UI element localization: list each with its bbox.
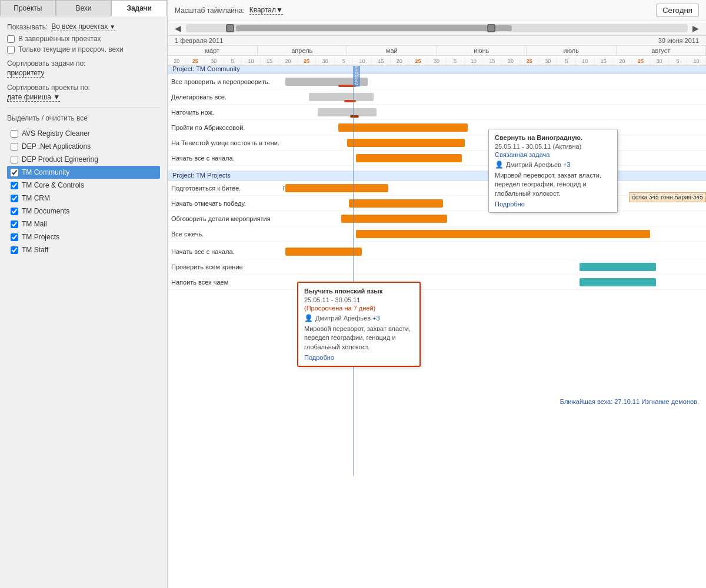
milestone-link[interactable]: Изгнание демонов. [641,398,699,405]
task-bar-p2[interactable] [349,199,443,208]
month-jul: июль [527,46,617,55]
scale-select[interactable]: Квартал ▼ [249,6,283,15]
project-item-0[interactable]: AVS Registry Cleaner [7,127,160,140]
checkbox-current-input[interactable] [7,46,15,54]
project-checkbox-6[interactable] [11,208,18,215]
task-bar-p1b[interactable] [335,184,388,192]
project-checkbox-9[interactable] [11,246,18,254]
tooltip2-person: Дмитрий Арефьев [315,315,371,322]
sort-projects-section: Сортировать проекты по: дате финиша ▼ [7,83,160,102]
task-row-6: Начать все с начала. [168,151,706,166]
day-25c: 25 [409,58,428,65]
project-item-8[interactable]: TM Projects [7,230,160,243]
task-bar-p5[interactable] [285,248,362,256]
tooltip1-link[interactable]: Связанная задача [495,151,550,158]
task-bar-2b [344,100,356,102]
task-bar-5[interactable] [347,139,465,147]
task-row-p4: Все сжечь. [168,226,706,242]
scale-arrow: ▼ [276,6,283,14]
tab-milestones[interactable]: Вехи [56,0,112,16]
day-ticks: 20 25 30 5 10 15 20 25 30 5 10 15 20 25 … [168,58,706,66]
project-checkbox-2[interactable] [11,156,18,163]
project-item-1[interactable]: DEP .Net Applications [7,140,160,153]
range-handle-right[interactable] [487,24,495,32]
tooltip-vineyard: Свернуть на Виноградную. 25.05.11 - 30.0… [488,129,618,213]
task-bar-teal2[interactable] [580,278,656,286]
project-checkbox-5[interactable] [11,195,18,202]
person-icon-2: 👤 [304,314,313,322]
project-projects-header: Project: TM Projects [168,171,706,181]
checkbox-completed-input[interactable] [7,35,15,43]
tab-projects[interactable]: Проекты [0,0,56,16]
sort-tasks-section: Сортировать задачи по: приоритету [7,59,160,78]
nav-left-arrow[interactable]: ◀ [172,24,184,33]
project-checkbox-3[interactable] [11,169,18,176]
task-bar-4[interactable] [338,123,468,132]
task-label-p3: Обговорить детали мероприятия [171,215,271,222]
day-20: 20 [168,58,187,65]
task-bar-6[interactable] [356,154,462,162]
tooltip1-desc: Мировой переворот, захват власти, переде… [495,171,611,198]
sort-projects-label: Сортировать проекты по: [7,83,160,92]
show-select-arrow: ▼ [109,24,115,30]
project-item-6[interactable]: TM Documents [7,205,160,218]
range-handle-left[interactable] [226,24,234,32]
sort-tasks-value[interactable]: приоритету [7,69,44,78]
tab-tasks[interactable]: Задачи [111,0,167,16]
task-label-1: Все проверить и перепроверить. [171,78,270,85]
sort-projects-arrow: ▼ [53,93,60,101]
project-item-4[interactable]: TM Core & Controls [7,179,160,192]
today-label: сегодня [353,64,360,87]
tab-bar: Проекты Вехи Задачи [0,0,167,16]
task-bar-p3[interactable] [341,215,447,223]
tooltip2-more[interactable]: Подробно [304,354,334,361]
tooltip1-more[interactable]: Подробно [495,201,525,208]
tooltip-japanese: Выучить японский язык 25.05.11 - 30.05.1… [297,282,421,367]
gantt-months: март апрель май июнь июль август [168,46,706,56]
today-button[interactable]: Сегодня [656,4,699,17]
project-label-6: TM Documents [22,207,69,215]
project-label-8: TM Projects [22,233,59,241]
tooltip2-person-row: 👤 Дмитрий Арефьев +3 [304,314,414,322]
task-label-4: Пройти по Абрикосовой. [171,124,245,131]
project-checkbox-0[interactable] [11,130,18,138]
task-row-2: Делегировать все. [168,89,706,105]
day-20c: 20 [391,58,409,65]
project-item-7[interactable]: TM Mail [7,218,160,230]
main-content: Масштаб таймлайна: Квартал ▼ Сегодня ◀ ▶… [168,0,706,588]
task-row-p5: Начать все с начала. [168,244,706,259]
divider-1 [7,108,160,108]
task-bar-teal1[interactable] [580,263,656,271]
project-checkbox-1[interactable] [11,143,18,151]
day-30e: 30 [650,58,669,65]
project-item-5[interactable]: TM CRM [7,192,160,205]
task-row-p3: Обговорить детали мероприятия [168,211,706,226]
date-to: 30 июня 2011 [658,37,699,44]
project-checkbox-8[interactable] [11,233,18,241]
today-line: сегодня [353,64,354,476]
task-bar-p4[interactable] [356,230,650,238]
gantt-area[interactable]: март апрель май июнь июль август 20 25 3… [168,46,706,588]
range-bar [186,24,688,32]
checkbox-completed[interactable]: В завершённых проектах [7,35,160,43]
project-checkbox-7[interactable] [11,220,18,228]
project-item-9[interactable]: TM Staff [7,243,160,256]
tooltip2-plus[interactable]: +3 [372,315,380,322]
sort-projects-value[interactable]: дате финиша ▼ [7,93,60,102]
task-bar-2[interactable] [309,93,374,101]
project-item-3[interactable]: TM Community [7,166,160,179]
day-15c: 15 [483,58,502,65]
project-item-2[interactable]: DEP Product Egineering [7,153,160,166]
task-bar-3[interactable] [318,108,377,116]
project-checkbox-4[interactable] [11,182,18,189]
task-label-5: На Тенистой улице постоять в тени. [171,139,279,146]
show-label: Показывать: [7,23,48,31]
range-track [236,25,512,31]
select-clear-link[interactable]: Выделить / очистить все [7,114,160,122]
show-select[interactable]: Во всех проектах ▼ [51,22,115,31]
day-25a: 25 [187,58,205,65]
tooltip1-plus[interactable]: +3 [563,161,571,168]
nav-right-arrow[interactable]: ▶ [690,24,701,33]
day-20e: 20 [613,58,632,65]
checkbox-current[interactable]: Только текущие и просроч. вехи [7,45,160,54]
